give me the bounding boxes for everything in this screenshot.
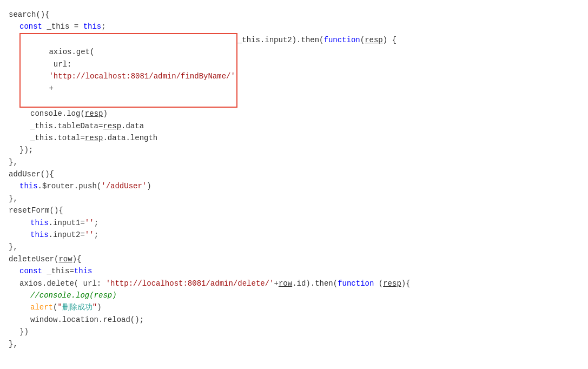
code-text: }); bbox=[19, 144, 33, 156]
code-text: .id).then( bbox=[292, 278, 338, 289]
code-line-6: _this.total= resp .data.length bbox=[9, 132, 579, 144]
code-line-4: console.log( resp ) bbox=[9, 108, 579, 120]
code-text: url: bbox=[78, 278, 105, 289]
code-text: + bbox=[274, 278, 279, 289]
code-line-12: resetForm(){ bbox=[9, 205, 579, 216]
code-text: ) bbox=[103, 108, 107, 120]
code-line-5: _this.tableData= resp .data bbox=[9, 120, 579, 132]
code-text: function bbox=[338, 278, 374, 289]
code-text: resp bbox=[85, 132, 103, 144]
code-line-23: }, bbox=[9, 338, 579, 350]
code-text: resp bbox=[103, 120, 121, 132]
code-text: }, bbox=[9, 241, 18, 253]
code-text: '' bbox=[85, 229, 94, 241]
code-text: ){ bbox=[72, 253, 82, 265]
code-text: }, bbox=[9, 156, 18, 168]
code-text: '' bbox=[85, 217, 94, 229]
code-line-17: const _this= this bbox=[9, 265, 579, 277]
code-text: + bbox=[49, 84, 53, 93]
code-text: this bbox=[30, 217, 49, 229]
highlighted-code-box: axios.get( url: 'http://localhost:8081/a… bbox=[19, 33, 237, 108]
code-text: _this = bbox=[42, 21, 83, 32]
code-line-8: }, bbox=[9, 156, 579, 168]
code-text: axios.get( bbox=[49, 48, 94, 56]
code-line-7: }); bbox=[9, 144, 579, 156]
code-line-14: this .input2= '' ; bbox=[9, 229, 579, 241]
code-text: }, bbox=[9, 193, 18, 205]
code-line-21: window.location.reload(); bbox=[9, 314, 579, 326]
code-text: ) bbox=[147, 180, 151, 192]
code-text: 'http://localhost:8081/admin/delete/' bbox=[106, 278, 274, 289]
code-line-15: }, bbox=[9, 241, 579, 253]
code-editor: search(){ const _this = this ; axios.get… bbox=[0, 4, 588, 369]
code-text: window.location.reload(); bbox=[30, 314, 144, 326]
code-line-11: }, bbox=[9, 193, 579, 205]
code-line-13: this .input1= '' ; bbox=[9, 217, 579, 229]
code-line-3-wrapper: axios.get( url: 'http://localhost:8081/a… bbox=[9, 33, 579, 108]
code-text: " bbox=[57, 301, 62, 313]
code-text: this bbox=[30, 229, 49, 241]
code-text: resetForm(){ bbox=[9, 205, 63, 216]
code-text: ; bbox=[94, 217, 98, 229]
code-text: " bbox=[93, 301, 97, 313]
code-text: _this.input2).then( bbox=[237, 34, 324, 46]
code-text: '/addUser' bbox=[101, 180, 147, 192]
code-text: ( bbox=[53, 301, 57, 313]
code-line-10: this .$router.push( '/addUser' ) bbox=[9, 180, 579, 192]
code-text: ; bbox=[94, 229, 98, 241]
code-text: url: bbox=[49, 60, 76, 69]
code-text: ){ bbox=[401, 278, 411, 289]
code-text: .$router.push( bbox=[38, 180, 102, 192]
code-text: //console.log(resp) bbox=[30, 289, 117, 301]
code-line-22: }) bbox=[9, 326, 579, 338]
code-text: ( bbox=[360, 34, 365, 46]
code-text: .data bbox=[121, 120, 144, 132]
code-text: console.log( bbox=[30, 108, 85, 120]
code-text: addUser(){ bbox=[9, 168, 54, 180]
code-text: 删除成功 bbox=[62, 301, 93, 313]
code-text: ( bbox=[374, 278, 383, 289]
code-text: search(){ bbox=[9, 9, 50, 21]
code-text: row bbox=[279, 278, 292, 289]
code-text: resp bbox=[85, 108, 103, 120]
code-text: function bbox=[324, 34, 360, 46]
code-line-18: axios.delete( url: 'http://localhost:808… bbox=[9, 278, 579, 289]
code-text: _this= bbox=[42, 265, 74, 277]
code-text: row bbox=[58, 253, 72, 265]
code-text: ; bbox=[101, 21, 105, 32]
code-line-20: alert ( " 删除成功 " ) bbox=[9, 301, 579, 313]
code-text: this bbox=[83, 21, 102, 32]
code-text: this bbox=[19, 180, 38, 192]
code-text: ) { bbox=[383, 34, 397, 46]
code-text: }) bbox=[19, 326, 29, 338]
code-text: resp bbox=[383, 278, 401, 289]
code-line-1: search(){ bbox=[9, 9, 579, 21]
code-text: axios.delete( bbox=[19, 278, 78, 289]
code-text: this bbox=[74, 265, 93, 277]
code-text: .input2= bbox=[49, 229, 85, 241]
code-text: .data.length bbox=[103, 132, 157, 144]
code-line-19: //console.log(resp) bbox=[9, 289, 579, 301]
code-line-2: const _this = this ; bbox=[9, 21, 579, 32]
code-text: alert bbox=[30, 301, 53, 313]
code-text: const bbox=[19, 265, 42, 277]
code-text: _this.tableData= bbox=[30, 120, 103, 132]
code-line-16: deleteUser( row ){ bbox=[9, 253, 579, 265]
code-text: _this.total= bbox=[30, 132, 85, 144]
code-text: deleteUser( bbox=[9, 253, 58, 265]
code-text: 'http://localhost:8081/admin/findByName/… bbox=[49, 72, 235, 81]
code-text: resp bbox=[365, 34, 383, 46]
code-text: const bbox=[19, 21, 42, 32]
code-line-9: addUser(){ bbox=[9, 168, 579, 180]
code-text: }, bbox=[9, 338, 18, 350]
code-text: .input1= bbox=[49, 217, 85, 229]
code-text: ) bbox=[97, 301, 101, 313]
